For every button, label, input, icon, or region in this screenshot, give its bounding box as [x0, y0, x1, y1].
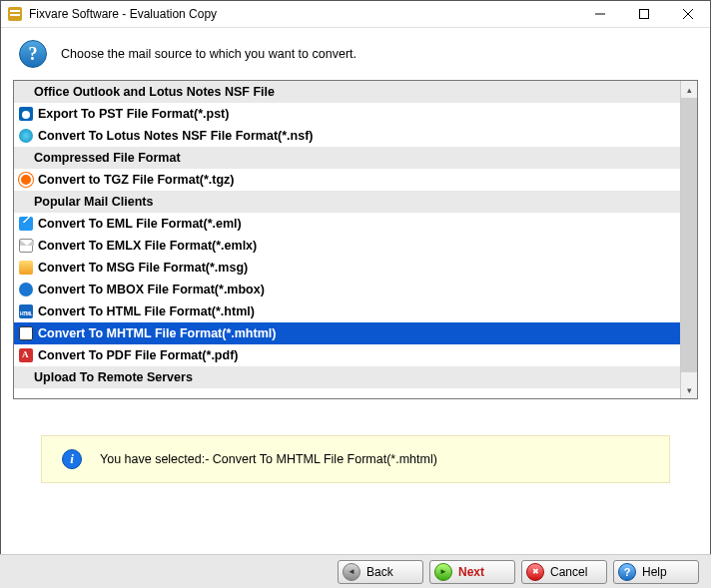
- svg-rect-4: [640, 10, 649, 19]
- format-option[interactable]: Export To PST File Format(*.pst): [14, 103, 680, 125]
- format-label: Export To PST File Format(*.pst): [38, 107, 229, 121]
- msg-icon: [18, 260, 34, 276]
- scrollbar[interactable]: [680, 81, 697, 398]
- format-option[interactable]: Convert to TGZ File Format(*.tgz): [14, 169, 680, 191]
- html-icon: [18, 303, 34, 319]
- format-option[interactable]: Convert To PDF File Format(*.pdf): [14, 344, 680, 366]
- back-icon: [343, 563, 360, 581]
- format-label: Convert To Lotus Notes NSF File Format(*…: [38, 129, 313, 143]
- status-box: i You have selected:- Convert To MHTML F…: [41, 435, 670, 483]
- svg-rect-2: [10, 14, 20, 16]
- mhtml-icon: [18, 325, 34, 341]
- window-title: Fixvare Software - Evaluation Copy: [29, 7, 578, 21]
- titlebar: Fixvare Software - Evaluation Copy: [1, 1, 710, 28]
- info-icon: i: [62, 449, 82, 469]
- instruction-bar: ? Choose the mail source to which you wa…: [1, 28, 710, 80]
- scroll-up-button[interactable]: [681, 81, 697, 98]
- svg-rect-1: [10, 10, 20, 12]
- group-header: Office Outlook and Lotus Notes NSF File: [14, 81, 680, 103]
- tgz-icon: [18, 172, 34, 188]
- format-list: Office Outlook and Lotus Notes NSF FileE…: [13, 80, 698, 399]
- format-option[interactable]: Convert To Lotus Notes NSF File Format(*…: [14, 125, 680, 147]
- scroll-thumb[interactable]: [681, 98, 697, 372]
- nsf-icon: [18, 128, 34, 144]
- group-header: Compressed File Format: [14, 147, 680, 169]
- maximize-button[interactable]: [622, 1, 666, 27]
- next-label: Next: [458, 565, 484, 579]
- format-label: Convert To MSG File Format(*.msg): [38, 261, 248, 275]
- group-header: Popular Mail Clients: [14, 191, 680, 213]
- format-option[interactable]: Convert To MHTML File Format(*.mhtml): [14, 322, 680, 344]
- format-label: Convert To EML File Format(*.eml): [38, 217, 242, 231]
- format-label: Convert To MBOX File Format(*.mbox): [38, 283, 265, 296]
- emlx-icon: [18, 238, 34, 254]
- status-text: You have selected:- Convert To MHTML Fil…: [100, 452, 437, 466]
- status-value: Convert To MHTML File Format(*.mhtml): [213, 452, 437, 466]
- cancel-button[interactable]: Cancel: [521, 560, 607, 584]
- eml-icon: [18, 216, 34, 232]
- app-icon: [7, 6, 23, 22]
- help-label: Help: [642, 565, 667, 579]
- format-option[interactable]: Convert To EML File Format(*.eml): [14, 213, 680, 235]
- cancel-icon: [526, 563, 544, 581]
- mbox-icon: [18, 282, 34, 297]
- scroll-down-button[interactable]: [681, 381, 697, 398]
- window-controls: [578, 1, 710, 27]
- format-label: Convert To HTML File Format(*.html): [38, 304, 255, 318]
- minimize-button[interactable]: [578, 1, 622, 27]
- help-icon: ?: [19, 40, 47, 68]
- format-label: Convert To MHTML File Format(*.mhtml): [38, 326, 276, 340]
- instruction-text: Choose the mail source to which you want…: [61, 47, 356, 61]
- next-icon: [434, 563, 452, 581]
- back-label: Back: [366, 565, 393, 579]
- format-label: Convert To EMLX File Format(*.emlx): [38, 239, 257, 253]
- format-option[interactable]: Convert To MSG File Format(*.msg): [14, 257, 680, 279]
- help-button[interactable]: Help: [613, 560, 699, 584]
- format-option[interactable]: Convert To HTML File Format(*.html): [14, 300, 680, 322]
- help-round-icon: [618, 563, 636, 581]
- format-option[interactable]: Convert To EMLX File Format(*.emlx): [14, 235, 680, 257]
- pdf-icon: [18, 347, 34, 363]
- back-button[interactable]: Back: [338, 560, 423, 584]
- cancel-label: Cancel: [550, 565, 587, 579]
- outlook-icon: [18, 106, 34, 122]
- footer: Back Next Cancel Help: [0, 554, 711, 588]
- group-header: Upload To Remote Servers: [14, 366, 680, 388]
- status-prefix: You have selected:-: [100, 452, 213, 466]
- next-button[interactable]: Next: [429, 560, 515, 584]
- format-option[interactable]: Convert To MBOX File Format(*.mbox): [14, 279, 680, 300]
- format-label: Convert to TGZ File Format(*.tgz): [38, 173, 235, 187]
- close-button[interactable]: [666, 1, 710, 27]
- format-label: Convert To PDF File Format(*.pdf): [38, 348, 238, 362]
